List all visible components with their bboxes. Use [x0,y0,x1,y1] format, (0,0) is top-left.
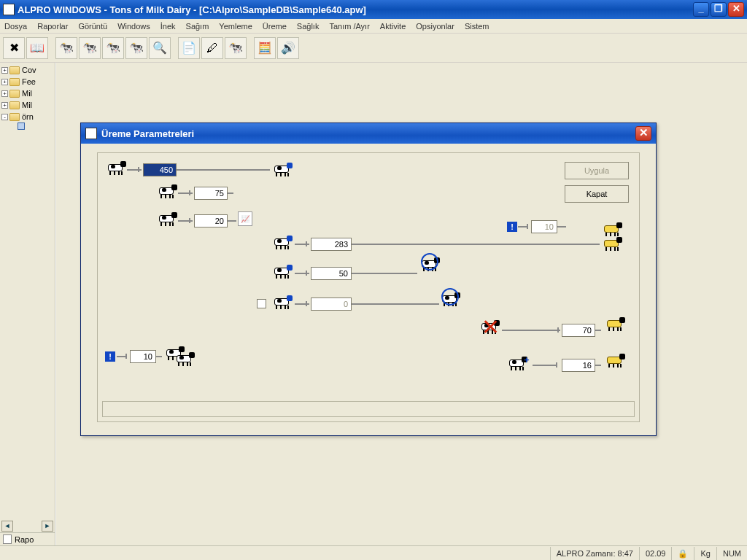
menu-goruntu[interactable]: Görüntü [78,22,107,31]
toolbar-btn-6[interactable]: 🐄 [125,37,147,59]
param-checkbox[interactable] [257,299,266,308]
close-button[interactable]: ✕ [728,2,744,17]
menu-sagim[interactable]: Sağım [186,22,209,31]
toolbar: ✖ 📖 🐄 🐄 🐄 🐄 🔍 📄 🖊 🐄 🧮 🔊 [0,34,747,63]
menu-sistem[interactable]: Sistem [465,22,489,31]
connector [178,220,193,222]
status-numlock: NUM [716,547,747,560]
toolbar-btn-2[interactable]: 📖 [26,37,48,59]
tree-item-1[interactable]: + Fee [1,76,55,88]
param-10b-input[interactable]: 10 [531,220,557,233]
expand-icon[interactable]: + [1,90,8,97]
menu-windows[interactable]: Windows [117,22,150,31]
menu-aktivite[interactable]: Aktivite [380,22,406,31]
menu-tanim[interactable]: Tanım /Ayır [329,22,369,31]
status-bar: ALPRO Zamanı: 8:47 02.09 🔒 Kg NUM [0,545,747,560]
param-450-input[interactable]: 450 [143,163,177,176]
cow-icon [156,182,178,198]
expand-icon[interactable]: + [1,67,8,74]
info-icon: ! [105,351,115,362]
cow-icon [156,210,178,226]
menu-inek[interactable]: İnek [160,22,176,31]
connector [295,244,309,245]
tick [527,224,528,229]
expand-icon[interactable]: + [1,79,8,85]
tick [306,241,307,246]
connector [533,365,557,366]
menu-raporlar[interactable]: Raporlar [37,22,68,31]
red-x-icon [483,319,498,334]
dialog-body: Uygula Kapat 450 75 [97,152,640,422]
menu-yemleme[interactable]: Yemleme [219,22,252,31]
cow-icon [105,159,127,175]
status-kg: Kg [694,547,716,560]
param-70-input[interactable]: 70 [562,324,595,337]
param-16-input[interactable]: 16 [562,359,595,372]
connector [127,169,142,171]
param-283-input[interactable]: 283 [311,238,352,251]
tick [306,271,307,276]
dialog-close-button[interactable]: ✕ [635,126,651,141]
tree-label: Cov [22,64,36,76]
menu-dosya[interactable]: Dosya [4,22,27,31]
param-75-input[interactable]: 75 [194,187,228,200]
tree-item-0[interactable]: + Cov [1,64,55,76]
tree-item-2[interactable]: + Mil [1,88,55,99]
connector [177,169,270,171]
connector [352,303,439,305]
tree-item-3[interactable]: + Mil [1,99,55,111]
param-0-input[interactable]: 0 [311,298,352,311]
status-time: ALPRO Zamanı: 8:47 [550,547,639,560]
connector [178,192,193,194]
connector [502,330,560,331]
dialog-footer-panel [102,401,635,417]
minimize-button[interactable]: _ [693,2,709,17]
toolbar-btn-7[interactable]: 🔍 [149,37,171,59]
toolbar-btn-10[interactable]: 🐄 [225,37,247,59]
param-10a-input[interactable]: 10 [130,350,156,363]
app-title: ALPRO WINDOWS - Tons of Milk Dairy - [C:… [18,4,366,15]
tick [556,362,557,368]
breeding-params-dialog: Üreme Parametreleri ✕ Uygula Kapat 450 [80,122,657,436]
tick [306,301,307,306]
report-link[interactable]: Rapo [0,532,55,545]
cow-icon [271,293,293,309]
scroll-left-button[interactable]: ◄ [1,521,13,532]
scroll-right-button[interactable]: ► [42,521,53,532]
tree-child-node[interactable] [1,122,55,130]
document-icon [3,534,12,544]
connector [228,220,236,222]
toolbar-btn-8[interactable]: 📄 [178,37,200,59]
cow-icon [271,262,293,279]
toolbar-btn-3[interactable]: 🐄 [55,37,77,59]
tick [557,327,559,332]
menu-ureme[interactable]: Üreme [263,22,287,31]
menu-opsiyonlar[interactable]: Opsiyonlar [416,22,454,31]
toolbar-btn-5[interactable]: 🐄 [102,37,124,59]
cow-icon [271,233,293,249]
tree-item-4[interactable]: - örn [1,111,55,122]
expand-icon[interactable]: + [1,102,8,109]
toolbar-btn-9[interactable]: 🖊 [201,37,223,59]
param-50-input[interactable]: 50 [311,267,352,280]
folder-icon [9,113,20,121]
dialog-icon [85,128,97,139]
toolbar-btn-1[interactable]: ✖ [3,37,25,59]
maximize-button[interactable]: ❐ [711,2,727,17]
tick [189,218,190,223]
toolbar-btn-4[interactable]: 🐄 [79,37,101,59]
menu-bar: Dosya Raporlar Görüntü Windows İnek Sağı… [0,19,747,34]
param-20-input[interactable]: 20 [194,214,228,228]
dialog-titlebar: Üreme Parametreleri ✕ [81,123,656,144]
toolbar-btn-12[interactable]: 🔊 [277,37,299,59]
menu-saglik[interactable]: Sağlık [297,22,320,31]
toolbar-btn-11[interactable]: 🧮 [254,37,276,59]
collapse-icon[interactable]: - [1,114,8,120]
close-dialog-button[interactable]: Kapat [565,185,629,203]
apply-button: Uygula [565,162,629,179]
connector [352,244,600,245]
tree-view[interactable]: + Cov + Fee + Mil + Mil - ö [0,63,55,521]
folder-icon [9,78,20,86]
circle-overlay-icon [441,288,459,306]
tree-label: Mil [22,88,32,99]
